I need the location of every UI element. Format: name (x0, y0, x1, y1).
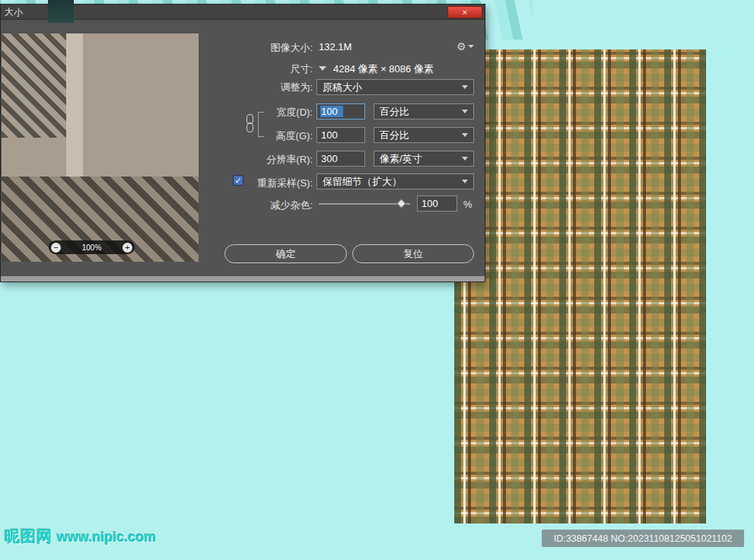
resolution-input[interactable] (317, 151, 365, 167)
chevron-down-icon (462, 157, 468, 161)
height-unit-select[interactable]: 百分比 (374, 127, 474, 143)
background-window-tab (48, 0, 74, 23)
reduce-noise-slider[interactable] (319, 199, 410, 208)
fit-to-select[interactable]: 原稿大小 (317, 79, 474, 95)
zoom-out-icon[interactable]: − (51, 243, 61, 253)
zoom-in-icon[interactable]: + (122, 243, 132, 253)
watermark-url: www.nipic.com (57, 530, 156, 545)
image-id-text: ID:33867448 NO:20231108125051021102 (554, 533, 732, 544)
width-unit-select[interactable]: 百分比 (374, 103, 474, 119)
slider-thumb[interactable] (396, 199, 406, 208)
reduce-noise-input[interactable] (417, 196, 457, 212)
width-input[interactable] (317, 103, 365, 119)
resolution-label: 分辨率(R): (214, 153, 313, 167)
link-dimensions-icon[interactable] (247, 114, 254, 134)
chevron-down-icon (462, 133, 468, 137)
resample-label: 重新采样(S): (214, 177, 313, 190)
dimensions-dropdown-icon[interactable] (319, 66, 326, 71)
image-preview-pane[interactable]: − 100% + (2, 33, 199, 262)
dialog-frame-bottom (1, 276, 485, 282)
preview-pattern-band (66, 33, 83, 184)
close-icon: × (463, 8, 467, 17)
height-input[interactable] (317, 127, 365, 143)
reduce-noise-label: 减少杂色: (214, 199, 313, 212)
chevron-down-icon (462, 85, 468, 89)
plaid-fabric-image (454, 49, 706, 523)
preview-pattern-topleft (2, 33, 66, 138)
height-unit-value: 百分比 (380, 129, 409, 142)
ok-button[interactable]: 确定 (224, 244, 347, 263)
resolution-unit-value: 像素/英寸 (380, 152, 422, 166)
watermark: 昵图网www.nipic.com (5, 527, 156, 547)
gear-icon: ⚙ (457, 40, 466, 52)
resample-method-value: 保留细节（扩大） (323, 175, 402, 189)
zoom-control: − 100% + (49, 240, 135, 254)
width-unit-value: 百分比 (380, 105, 409, 119)
reset-button[interactable]: 复位 (352, 244, 474, 263)
fit-to-value: 原稿大小 (323, 81, 362, 94)
dimensions-value: 4284 像素 × 8086 像素 (333, 62, 434, 76)
dialog-title: 大小 (5, 5, 23, 20)
link-bracket (258, 112, 264, 137)
image-size-label: 图像大小: (214, 41, 313, 55)
fit-to-label: 调整为: (214, 81, 313, 94)
image-size-value: 132.1M (319, 41, 352, 52)
close-button[interactable]: × (447, 6, 482, 18)
image-id-bar: ID:33867448 NO:20231108125051021102 (542, 530, 744, 547)
gear-caret-icon (468, 45, 474, 48)
dialog-options-button[interactable]: ⚙ (457, 40, 474, 52)
image-size-dialog: 大小 × − 100% + 图像大小: 132.1M ⚙ 尺寸: 4284 像素… (0, 4, 485, 282)
chevron-down-icon (462, 180, 468, 183)
reduce-noise-unit: % (463, 199, 472, 210)
zoom-level-label: 100% (82, 243, 102, 252)
resample-method-select[interactable]: 保留细节（扩大） (317, 173, 474, 189)
resolution-unit-select[interactable]: 像素/英寸 (374, 151, 474, 167)
dimensions-label: 尺寸: (214, 62, 313, 76)
chevron-down-icon (462, 110, 468, 113)
watermark-site-name: 昵图网 (5, 528, 52, 545)
